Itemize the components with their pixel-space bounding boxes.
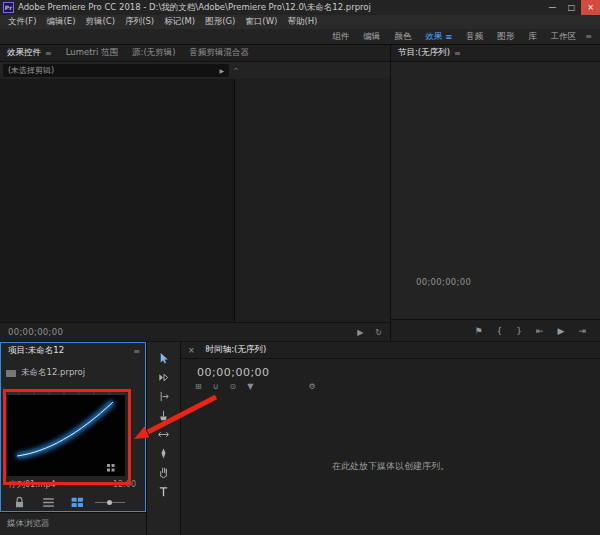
timeline-empty-hint: 在此处放下媒体以创建序列。	[181, 460, 600, 473]
tab-program-monitor[interactable]: 节目:(无序列) ≡	[391, 47, 468, 59]
program-monitor-tabstrip: 节目:(无序列) ≡	[391, 45, 600, 62]
workspace-label: 库	[528, 31, 537, 43]
menu-marker[interactable]: 标记(M)	[159, 16, 200, 28]
menu-clip[interactable]: 剪辑(C)	[81, 16, 121, 28]
annotation-rect	[3, 389, 131, 485]
timeline-marker-icon[interactable]: ▼	[247, 382, 253, 391]
tab-label: 效果控件	[7, 47, 41, 59]
workspace-label: 编辑	[363, 31, 380, 43]
app-icon: Pr	[3, 2, 14, 13]
nest-toggle-icon[interactable]: ⊞	[195, 382, 202, 391]
submenu-arrow-icon: ▶	[219, 67, 224, 74]
zoom-slider-knob[interactable]	[107, 500, 112, 505]
effect-controls-panel: 效果控件 ≡ Lumetri 范围 源:(无剪辑) 音频剪辑混合器 (未选择剪辑…	[0, 45, 390, 341]
tab-label: 节目:(无序列)	[398, 47, 450, 59]
menu-sequence[interactable]: 序列(S)	[120, 16, 159, 28]
play-button-icon[interactable]: ▶	[558, 326, 565, 336]
mark-in-icon[interactable]: {	[497, 326, 503, 336]
workspace-tab-graphics[interactable]: 图形	[490, 31, 521, 43]
workspace-overflow-icon[interactable]: ≡	[583, 32, 596, 41]
workspace-tab-workspaces[interactable]: 工作区	[544, 31, 584, 43]
tab-project[interactable]: 项目:未命名12	[1, 345, 71, 357]
track-select-forward-tool-icon[interactable]	[153, 370, 175, 385]
title-bar: Pr Adobe Premiere Pro CC 2018 - D:\我的文档\…	[0, 0, 600, 15]
workspace-label: 颜色	[394, 31, 411, 43]
workspace-label: 组件	[332, 31, 349, 43]
workspace-tab-editing[interactable]: 编辑	[356, 31, 387, 43]
media-browser-panel: 媒体浏览器	[0, 513, 146, 535]
go-to-in-icon[interactable]: ⇤	[536, 326, 544, 336]
workspace-tab-audio[interactable]: 音频	[459, 31, 490, 43]
effect-controls-footer-icons: ▶ ↻	[357, 328, 382, 337]
project-file-icon	[6, 370, 16, 377]
play-audio-icon[interactable]: ▶	[357, 328, 363, 337]
project-writable-icon[interactable]	[8, 495, 30, 510]
close-button[interactable]: ×	[581, 0, 600, 15]
icon-view-icon[interactable]	[66, 495, 88, 510]
premiere-pro-window: Pr Adobe Premiere Pro CC 2018 - D:\我的文档\…	[0, 0, 600, 535]
project-menu-icon[interactable]: ≡	[133, 347, 140, 356]
minimize-button[interactable]: —	[543, 0, 562, 15]
add-marker-icon[interactable]: ⚑	[474, 326, 482, 336]
menu-window[interactable]: 窗口(W)	[240, 16, 282, 28]
timeline-tabstrip: × 时间轴:(无序列)	[181, 342, 600, 359]
go-to-out-icon[interactable]: ⇥	[578, 326, 586, 336]
program-transport-controls: ⚑ { } ⇤ ▶ ⇥	[391, 319, 600, 341]
tab-audio-clip-mixer[interactable]: 音频剪辑混合器	[183, 47, 257, 59]
tab-timeline[interactable]: 时间轴:(无序列)	[199, 344, 274, 356]
program-monitor-panel: 节目:(无序列) ≡ 00;00;00;00 ⚑ { } ⇤ ▶ ⇥	[391, 45, 600, 341]
top-panel-area: 效果控件 ≡ Lumetri 范围 源:(无剪辑) 音频剪辑混合器 (未选择剪辑…	[0, 45, 600, 341]
tab-media-browser[interactable]: 媒体浏览器	[7, 518, 50, 530]
mark-out-icon[interactable]: }	[516, 326, 522, 336]
scroll-up-icon[interactable]: ^	[233, 67, 239, 75]
linked-selection-icon[interactable]: ⊙	[230, 382, 237, 391]
project-item-row[interactable]: 未命名12.prproj	[1, 367, 145, 379]
tab-lumetri-scopes[interactable]: Lumetri 范围	[59, 47, 125, 59]
workspace-tab-libraries[interactable]: 库	[521, 31, 544, 43]
workspace-label: 效果	[425, 31, 442, 43]
hand-tool-icon[interactable]	[153, 465, 175, 480]
menu-graphics[interactable]: 图形(G)	[200, 16, 240, 28]
menu-bar: 文件(F) 编辑(E) 剪辑(C) 序列(S) 标记(M) 图形(G) 窗口(W…	[0, 15, 600, 29]
clip-selector-row: (未选择剪辑) ▶ ^	[0, 62, 390, 79]
timeline-timecode[interactable]: 00;00;00;00	[197, 366, 600, 379]
workspace-tab-effects[interactable]: 效果≡	[418, 31, 459, 43]
pen-tool-icon[interactable]	[153, 446, 175, 461]
program-viewer: 00;00;00;00	[391, 62, 600, 319]
loop-icon[interactable]: ↻	[375, 328, 382, 337]
effect-controls-menu-icon[interactable]: ≡	[45, 49, 52, 58]
snap-toggle-icon[interactable]: ∪	[213, 382, 219, 391]
effect-controls-footer: 00;00;00;00 ▶ ↻	[0, 322, 390, 341]
maximize-button[interactable]: □	[562, 0, 581, 15]
menu-file[interactable]: 文件(F)	[3, 16, 42, 28]
timeline-toolbar: ⊞ ∪ ⊙ ▼ ⚙	[195, 382, 600, 391]
tab-source-monitor[interactable]: 源:(无剪辑)	[125, 47, 183, 59]
project-tabstrip: 项目:未命名12 ≡	[1, 343, 145, 359]
window-controls: — □ ×	[543, 0, 600, 15]
effect-controls-timecode[interactable]: 00;00;00;00	[8, 327, 63, 337]
effect-controls-tabstrip: 效果控件 ≡ Lumetri 范围 源:(无剪辑) 音频剪辑混合器	[0, 45, 390, 62]
zoom-slider[interactable]	[95, 498, 125, 507]
workspace-label: 图形	[497, 31, 514, 43]
workspace-menu-icon[interactable]: ≡	[445, 32, 452, 42]
list-view-icon[interactable]	[37, 495, 59, 510]
type-tool-icon[interactable]	[153, 484, 175, 499]
timeline-panel: × 时间轴:(无序列) 00;00;00;00 ⊞ ∪ ⊙ ▼ ⚙ 在此处放下媒…	[181, 342, 600, 535]
program-menu-icon[interactable]: ≡	[454, 49, 461, 58]
annotation-arrow	[128, 392, 223, 447]
timeline-settings-icon[interactable]: ⚙	[308, 382, 315, 391]
effect-list-area	[0, 79, 234, 322]
workspace-label: 工作区	[551, 31, 577, 43]
effect-keyframe-area	[235, 79, 390, 322]
timeline-close-icon[interactable]: ×	[181, 346, 199, 355]
workspace-tab-color[interactable]: 颜色	[387, 31, 418, 43]
tab-effect-controls[interactable]: 效果控件 ≡	[0, 47, 59, 59]
menu-help[interactable]: 帮助(H)	[282, 16, 322, 28]
program-timecode[interactable]: 00;00;00;00	[416, 277, 471, 287]
effect-controls-content	[0, 79, 390, 322]
clip-selector[interactable]: (未选择剪辑) ▶	[3, 64, 229, 77]
menu-edit[interactable]: 编辑(E)	[42, 16, 81, 28]
selection-tool-icon[interactable]	[153, 351, 175, 366]
no-clip-label: (未选择剪辑)	[8, 65, 54, 76]
workspace-tab-assembly[interactable]: 组件	[325, 31, 356, 43]
